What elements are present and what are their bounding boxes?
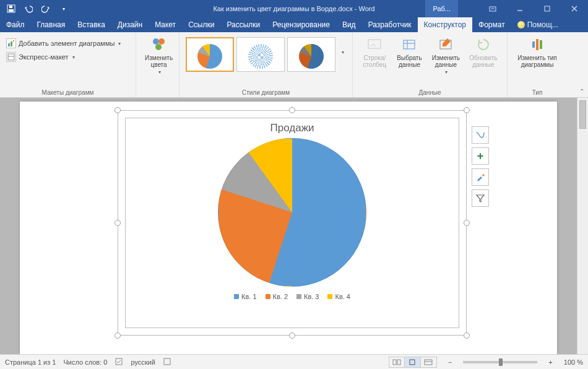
pie-plot-area[interactable] xyxy=(126,138,459,287)
bulb-icon xyxy=(517,21,525,28)
legend-swatch xyxy=(296,294,301,299)
tab-review[interactable]: Рецензирование xyxy=(266,17,336,32)
chart-object[interactable]: Продажи Кв. 1Кв. 2Кв. 3Кв. 4 xyxy=(125,118,459,328)
add-chart-element-label: Добавить элемент диаграммы xyxy=(19,40,115,47)
svg-rect-1 xyxy=(9,9,14,12)
tab-developer[interactable]: Разработчик xyxy=(362,17,418,32)
web-layout-icon xyxy=(424,359,433,365)
zoom-out-button[interactable]: − xyxy=(444,358,456,366)
switch-row-column-button: Строка/столбец xyxy=(358,35,392,69)
read-mode-icon xyxy=(392,359,401,365)
change-chart-type-button[interactable]: Изменить тип диаграммы xyxy=(512,35,562,69)
switch-icon xyxy=(366,36,383,53)
proofing-button[interactable] xyxy=(115,357,123,367)
minimize-button[interactable] xyxy=(506,0,534,17)
gallery-more-button[interactable]: ▾ xyxy=(337,35,348,56)
tab-home[interactable]: Главная xyxy=(31,17,72,32)
macro-button[interactable] xyxy=(163,357,171,367)
word-count[interactable]: Число слов: 0 xyxy=(63,358,107,366)
redo-button[interactable] xyxy=(38,1,53,16)
zoom-in-button[interactable]: + xyxy=(545,358,556,366)
svg-rect-16 xyxy=(368,40,381,48)
select-data-button[interactable]: Выбрать данные xyxy=(392,35,428,69)
quick-access-toolbar: ▾ xyxy=(0,1,74,16)
layout-options-icon xyxy=(475,130,485,140)
resize-handle[interactable] xyxy=(464,107,470,113)
quick-layout-label: Экспресс-макет xyxy=(19,53,69,61)
switch-row-column-label: Строка/столбец xyxy=(361,54,388,68)
style-item-1[interactable] xyxy=(186,37,234,72)
tab-layout[interactable]: Макет xyxy=(149,17,182,32)
language-indicator[interactable]: русский xyxy=(131,358,155,366)
tab-references[interactable]: Ссылки xyxy=(182,17,220,32)
tab-file[interactable]: Файл xyxy=(0,17,31,32)
undo-button[interactable] xyxy=(21,1,36,16)
read-mode-button[interactable] xyxy=(389,357,405,368)
tab-view[interactable]: Вид xyxy=(336,17,362,32)
pie-chart[interactable] xyxy=(218,138,366,287)
ribbon-options-button[interactable] xyxy=(479,0,506,17)
svg-point-14 xyxy=(158,38,165,45)
chart-title[interactable]: Продажи xyxy=(126,122,459,134)
qat-customize[interactable]: ▾ xyxy=(56,1,71,16)
vertical-scrollbar[interactable] xyxy=(577,98,588,354)
resize-handle[interactable] xyxy=(464,332,470,339)
svg-rect-23 xyxy=(393,360,396,365)
print-layout-button[interactable] xyxy=(405,357,421,368)
chart-elements-button[interactable]: + xyxy=(472,147,489,165)
group-type-label: Тип xyxy=(512,88,562,96)
quick-layout-icon xyxy=(6,52,16,62)
zoom-slider[interactable] xyxy=(463,361,537,363)
style-item-3[interactable] xyxy=(287,37,335,72)
legend-swatch xyxy=(234,294,239,299)
tell-me[interactable]: Помощ... xyxy=(511,17,564,32)
tab-design[interactable]: Дизайн xyxy=(111,17,149,32)
page-indicator[interactable]: Страница 1 из 1 xyxy=(5,358,56,366)
edit-data-icon xyxy=(437,36,454,53)
change-colors-button[interactable]: Изменить цвета▾ xyxy=(141,35,176,76)
style-item-2[interactable] xyxy=(236,37,285,72)
quick-layout-button[interactable]: Экспресс-макет▾ xyxy=(5,51,76,63)
chart-filters-button[interactable] xyxy=(472,189,489,207)
legend-item[interactable]: Кв. 2 xyxy=(266,293,288,300)
add-chart-element-button[interactable]: Добавить элемент диаграммы▾ xyxy=(5,37,122,50)
web-layout-button[interactable] xyxy=(421,357,437,368)
resize-handle[interactable] xyxy=(115,220,121,226)
zoom-level[interactable]: 100 % xyxy=(564,358,583,366)
resize-handle[interactable] xyxy=(115,107,121,113)
legend-item[interactable]: Кв. 3 xyxy=(296,293,319,300)
save-icon xyxy=(7,4,15,13)
scrollbar-thumb[interactable] xyxy=(579,100,586,129)
legend-item[interactable]: Кв. 4 xyxy=(327,293,350,300)
edit-data-button[interactable]: Изменить данные▾ xyxy=(427,35,464,76)
resize-handle[interactable] xyxy=(289,107,295,113)
chart-styles-button[interactable] xyxy=(472,168,489,186)
resize-handle[interactable] xyxy=(115,332,121,339)
svg-rect-17 xyxy=(404,40,415,49)
close-button[interactable] xyxy=(561,0,588,17)
resize-handle[interactable] xyxy=(289,332,295,339)
brush-icon xyxy=(475,172,485,182)
legend-item[interactable]: Кв. 1 xyxy=(234,293,256,300)
document-area[interactable]: Продажи Кв. 1Кв. 2Кв. 3Кв. 4 + xyxy=(0,98,577,354)
style-preview-icon xyxy=(299,44,324,69)
maximize-button[interactable] xyxy=(534,0,561,17)
group-chart-layouts: Добавить элемент диаграммы▾ Экспресс-мак… xyxy=(0,32,136,97)
resize-handle[interactable] xyxy=(464,220,470,226)
tab-mailings[interactable]: Рассылки xyxy=(220,17,266,32)
tab-constructor[interactable]: Конструктор xyxy=(418,17,472,32)
close-icon xyxy=(571,5,578,12)
zoom-slider-handle[interactable] xyxy=(499,358,503,366)
refresh-icon xyxy=(475,36,492,53)
save-button[interactable] xyxy=(4,1,19,16)
chart-styles-gallery[interactable] xyxy=(184,35,337,74)
collapse-ribbon-button[interactable]: ⌃ xyxy=(579,88,584,95)
style-preview-icon xyxy=(197,44,222,69)
layout-options-button[interactable] xyxy=(472,126,489,144)
svg-rect-21 xyxy=(116,358,122,365)
title-bar: ▾ Как изменить цвет диаграммы в Ворде.do… xyxy=(0,0,588,17)
tab-insert[interactable]: Вставка xyxy=(71,17,111,32)
status-bar: Страница 1 из 1 Число слов: 0 русский − … xyxy=(0,354,588,369)
chart-legend[interactable]: Кв. 1Кв. 2Кв. 3Кв. 4 xyxy=(126,293,459,300)
tab-format[interactable]: Формат xyxy=(472,17,511,32)
